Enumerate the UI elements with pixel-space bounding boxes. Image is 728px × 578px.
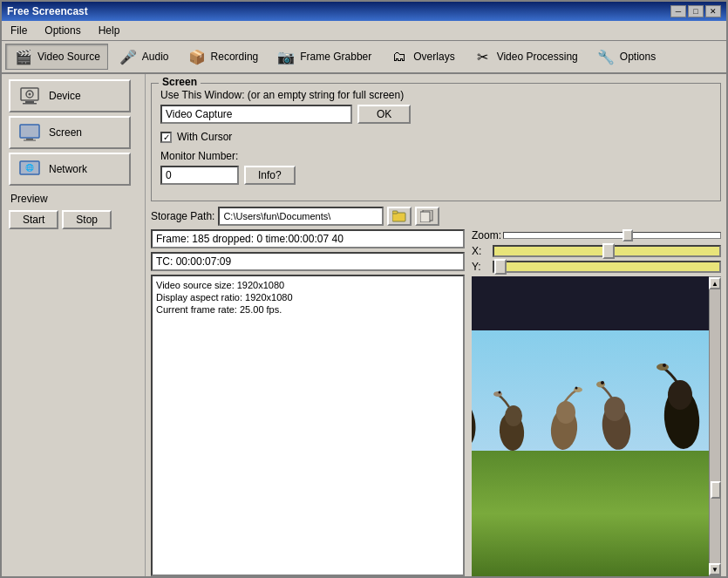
storage-input[interactable] (218, 207, 384, 226)
menu-help[interactable]: Help (93, 23, 126, 38)
vertical-scrollbar[interactable]: ▲ ▼ (709, 276, 721, 576)
svg-point-26 (574, 387, 582, 392)
tab-audio[interactable]: 🎤 Audio (110, 44, 177, 70)
log-line-3: Current frame rate: 25.00 fps. (156, 304, 459, 315)
recording-icon: 📦 (187, 47, 208, 66)
info-button[interactable]: Info? (244, 166, 296, 185)
tab-video-source-label: Video Source (37, 51, 100, 63)
log-area: Video source size: 1920x1080 Display asp… (151, 275, 465, 576)
tab-video-processing[interactable]: ✂ Video Processing (465, 44, 586, 70)
frame-info: Frame: 185 dropped: 0 time:00:00:07 40 (151, 229, 465, 248)
screen-button-label: Screen (49, 126, 82, 139)
zoom-thumb[interactable] (623, 229, 633, 241)
y-slider[interactable] (493, 261, 721, 273)
birds-scene (472, 353, 709, 493)
preview-column: Zoom: X: (472, 229, 721, 576)
scroll-down-button[interactable]: ▼ (709, 563, 721, 575)
video-source-icon: 🎬 (13, 47, 34, 66)
tab-recording[interactable]: 📦 Recording (179, 44, 267, 70)
svg-rect-6 (20, 125, 39, 138)
svg-point-21 (505, 405, 522, 426)
svg-rect-13 (392, 211, 398, 214)
tab-overlays[interactable]: 🗂 Overlays (381, 44, 462, 70)
bottom-area: Storage Path: (151, 207, 721, 576)
main-content: Device Screen (2, 74, 726, 576)
monitor-input-row: Info? (160, 166, 711, 185)
left-panel: Device Screen (2, 74, 146, 576)
network-icon: 🌐 (17, 159, 42, 180)
video-processing-icon: ✂ (473, 47, 493, 66)
svg-point-25 (556, 401, 575, 424)
svg-rect-7 (26, 139, 33, 140)
tab-frame-grabber-label: Frame Grabber (300, 51, 371, 63)
close-button[interactable]: ✕ (705, 5, 721, 17)
screen-button[interactable]: Screen (9, 116, 131, 149)
svg-text:🌐: 🌐 (25, 163, 34, 172)
x-slider[interactable] (493, 245, 721, 257)
menu-options[interactable]: Options (39, 23, 85, 38)
audio-icon: 🎤 (118, 47, 139, 66)
svg-rect-8 (24, 140, 36, 141)
svg-point-33 (668, 380, 692, 410)
stop-button[interactable]: Stop (62, 210, 112, 229)
svg-point-27 (575, 386, 578, 389)
svg-rect-15 (420, 212, 430, 222)
ok-button[interactable]: OK (357, 105, 411, 124)
with-cursor-label: With Cursor (177, 131, 232, 143)
y-thumb[interactable] (494, 259, 507, 275)
tab-audio-label: Audio (142, 51, 169, 63)
preview-controls: Start Stop (9, 210, 138, 229)
overlays-icon: 🗂 (389, 47, 410, 66)
tab-frame-grabber[interactable]: 📷 Frame Grabber (268, 44, 379, 70)
maximize-button[interactable]: □ (688, 5, 704, 17)
with-cursor-checkbox[interactable]: ✓ (160, 132, 172, 143)
minimize-button[interactable]: ─ (670, 5, 686, 17)
svg-point-4 (29, 93, 31, 96)
menu-file[interactable]: File (5, 23, 32, 38)
screen-group-title: Screen (159, 76, 201, 88)
start-button[interactable]: Start (9, 210, 58, 229)
tab-overlays-label: Overlays (413, 51, 454, 63)
tab-video-processing-label: Video Processing (497, 51, 578, 63)
titlebar: Free Screencast ─ □ ✕ (2, 2, 726, 21)
preview-label: Preview (9, 193, 138, 205)
with-cursor-row: ✓ With Cursor (160, 131, 711, 143)
window-input-row: OK (160, 105, 711, 124)
tab-options[interactable]: 🔧 Options (588, 44, 663, 70)
svg-point-34 (657, 364, 669, 371)
svg-point-22 (493, 391, 502, 397)
network-button[interactable]: 🌐 Network (9, 153, 131, 186)
main-window: Free Screencast ─ □ ✕ File Options Help … (0, 0, 728, 578)
y-label: Y: (472, 261, 487, 273)
scroll-up-button[interactable]: ▲ (709, 277, 721, 289)
device-button[interactable]: Device (9, 79, 131, 112)
bottom-columns: Frame: 185 dropped: 0 time:00:00:07 40 T… (151, 229, 721, 576)
browse-folder-button[interactable] (387, 207, 412, 226)
x-slider-row: X: (472, 245, 721, 257)
scroll-track (710, 289, 720, 563)
video-preview (472, 276, 709, 576)
monitor-input[interactable] (160, 166, 239, 185)
menubar: File Options Help (2, 21, 726, 41)
svg-point-35 (663, 364, 666, 367)
zoom-row: Zoom: (472, 229, 721, 241)
window-input[interactable] (160, 105, 352, 124)
svg-point-31 (601, 381, 604, 384)
device-button-label: Device (49, 90, 81, 102)
monitor-label: Monitor Number: (160, 150, 711, 162)
x-thumb[interactable] (602, 243, 615, 259)
svg-point-29 (604, 397, 625, 421)
svg-point-16 (472, 394, 480, 451)
log-line-1: Video source size: 1920x1080 (156, 280, 459, 290)
options-icon: 🔧 (595, 47, 616, 66)
screen-icon (17, 122, 42, 143)
log-line-2: Display aspect ratio: 1920x1080 (156, 292, 459, 303)
network-button-label: Network (49, 163, 87, 175)
y-slider-row: Y: (472, 261, 721, 273)
tab-recording-label: Recording (211, 51, 259, 63)
copy-button[interactable] (415, 207, 439, 226)
tab-video-source[interactable]: 🎬 Video Source (5, 44, 108, 70)
scroll-thumb[interactable] (711, 481, 721, 499)
toolbar: 🎬 Video Source 🎤 Audio 📦 Recording 📷 Fra… (2, 41, 726, 74)
zoom-slider[interactable] (503, 232, 721, 239)
